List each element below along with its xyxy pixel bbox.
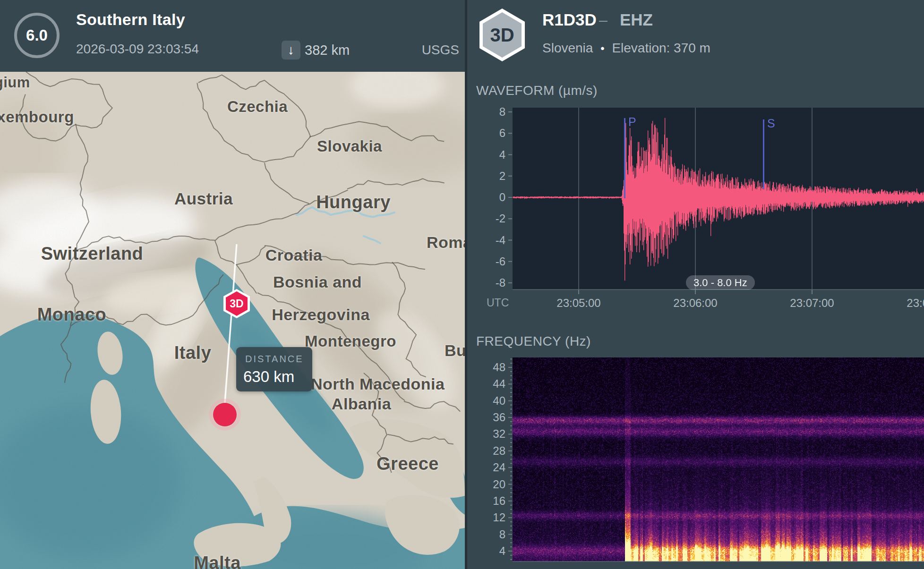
utc-label: UTC [487, 297, 509, 309]
frequency-ytick: 12 [476, 511, 505, 524]
station-channel[interactable]: EHZ [620, 10, 653, 29]
spectrogram-plot[interactable] [513, 357, 924, 562]
waveform-ytick: 2 [476, 170, 505, 183]
bullet-separator: • [600, 42, 604, 55]
event-map-panel: BelgiumLuxembourgCzechiaSlovakiaAustriaH… [0, 0, 465, 569]
waveform-title: WAVEFORM (µm/s) [476, 83, 598, 98]
map-label-romania: Romania [427, 233, 465, 252]
frequency-ytick: 4 [476, 544, 505, 558]
magnitude-value: 6.0 [26, 26, 48, 44]
station-badge-inner: 3D [483, 12, 522, 58]
time-tick-label: 23:07:00 [790, 297, 834, 310]
event-depth: 382 km [305, 42, 350, 58]
map-label-north-macedonia: North Macedonia [311, 375, 445, 393]
waveform-ytick: -4 [476, 234, 505, 247]
map-label-slovakia: Slovakia [317, 137, 382, 155]
frequency-ytick: 48 [476, 361, 505, 374]
waveform-plot[interactable] [513, 108, 924, 290]
frequency-ytick: 40 [476, 394, 505, 408]
station-code: R1D3D [542, 10, 597, 29]
map-label-czechia: Czechia [227, 98, 288, 116]
waveform-ytick: 4 [476, 148, 505, 161]
map-label-greece: Greece [376, 454, 439, 474]
station-location: Slovenia [542, 41, 593, 55]
waveform-ytick: -2 [476, 212, 505, 225]
frequency-ytick: 24 [476, 461, 505, 474]
station-location-line: Slovenia • Elevation: 370 m [542, 41, 710, 56]
map-label-austria: Austria [174, 189, 233, 208]
map-label-bosnia-2: Herzegovina [272, 306, 370, 324]
event-source: USGS [412, 42, 459, 58]
time-tick-label: 23:08:00 [907, 297, 924, 310]
frequency-ytick: 44 [476, 377, 505, 391]
station-elevation: Elevation: 370 m [612, 41, 710, 55]
station-map-marker-label: 3D [230, 297, 243, 310]
station-badge-label: 3D [490, 25, 514, 46]
map-label-bosnia-1: Bosnia and [273, 273, 362, 291]
station-separator: – [599, 11, 607, 29]
frequency-ytick: 32 [476, 427, 505, 441]
distance-tooltip-title: DISTANCE [245, 354, 304, 365]
map-label-albania: Albania [332, 395, 391, 413]
waveform-ytick: 6 [476, 127, 505, 140]
waveform-ytick: 0 [476, 191, 505, 204]
map-label-switzerland: Switzerland [41, 244, 144, 264]
map-label-belgium: Belgium [0, 74, 30, 91]
map-label-hungary: Hungary [316, 192, 391, 212]
event-region: Southern Italy [76, 10, 185, 29]
station-map-marker-badge: 3D [226, 291, 248, 316]
map-label-italy: Italy [174, 343, 212, 363]
p-phase-label: P [628, 115, 636, 129]
map-label-monaco: Monaco [37, 305, 107, 325]
map-label-luxembourg: Luxembourg [0, 108, 74, 126]
map-label-bulgaria: Bulgaria [445, 341, 465, 360]
map-label-croatia: Croatia [265, 246, 323, 264]
waveform-ytick: -8 [476, 276, 505, 289]
event-datetime: 2026-03-09 23:03:54 [76, 42, 199, 57]
p-phase-marker [624, 118, 625, 198]
frequency-title: FREQUENCY (Hz) [476, 334, 591, 349]
s-phase-label: S [767, 117, 775, 130]
waveform-ytick: -6 [476, 255, 505, 268]
distance-tooltip: DISTANCE 630 km [236, 347, 312, 391]
map-label-montenegro: Montenegro [305, 332, 396, 350]
epicenter-marker[interactable] [211, 400, 239, 429]
frequency-ytick: 16 [476, 494, 505, 508]
map-label-malta: Malta [194, 553, 241, 569]
map[interactable]: BelgiumLuxembourgCzechiaSlovakiaAustriaH… [0, 72, 465, 569]
waveform-ytick: 8 [476, 105, 505, 119]
filter-badge: 3.0 - 8.0 Hz [686, 275, 755, 290]
frequency-ytick: 8 [476, 528, 505, 541]
event-header: 6.0 Southern Italy 2026-03-09 23:03:54 ↓… [0, 0, 465, 72]
distance-tooltip-value: 630 km [243, 368, 294, 386]
magnitude-badge: 6.0 [14, 13, 60, 58]
frequency-ytick: 36 [476, 411, 505, 424]
time-tick-label: 23:05:00 [556, 297, 600, 310]
s-phase-marker [763, 119, 764, 189]
time-tick-label: 23:06:00 [673, 297, 717, 310]
frequency-ytick: 28 [476, 444, 505, 458]
frequency-ytick: 20 [476, 478, 505, 491]
depth-arrow-icon: ↓ [282, 41, 300, 59]
